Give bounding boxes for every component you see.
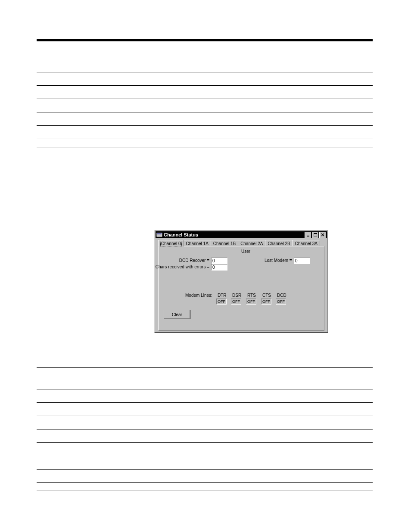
svg-rect-2 — [307, 236, 309, 236]
chars-err-value: 0 — [211, 264, 227, 271]
signal-dtr-state: OFF — [216, 299, 227, 305]
tab-channel-1b[interactable]: Channel 1B — [211, 240, 238, 246]
svg-rect-4 — [314, 233, 317, 234]
signal-rts-state: OFF — [246, 299, 256, 305]
signal-dcd-state: OFF — [276, 299, 286, 305]
tab-label: Channel 0 — [161, 241, 181, 246]
tab-channel-2b[interactable]: Channel 2B — [265, 240, 293, 246]
minimize-button[interactable] — [305, 232, 311, 238]
rule — [37, 469, 373, 470]
signal-dsr-label: DSR — [232, 293, 241, 298]
maximize-button[interactable] — [312, 232, 319, 238]
tab-channel-0[interactable]: Channel 0 — [158, 240, 184, 246]
signal-cts-state: OFF — [261, 299, 271, 305]
close-button[interactable] — [319, 232, 326, 238]
rule — [37, 147, 373, 147]
rule — [37, 389, 373, 389]
clear-button[interactable]: Clear — [164, 310, 190, 319]
rule — [37, 456, 373, 456]
rule — [37, 442, 373, 443]
rule — [37, 85, 373, 86]
modem-lines-label: Modem Lines: — [185, 293, 212, 298]
lost-modem-label: Lost Modem = — [265, 258, 292, 263]
pane-heading: User — [241, 249, 250, 254]
signal-cts-label: CTS — [262, 293, 271, 298]
tab-channel-2a[interactable]: Channel 2A — [238, 240, 265, 246]
rule — [37, 125, 373, 126]
chars-err-label: Chars received with errors = — [156, 264, 209, 269]
dcd-recover-label: DCD Recover = — [179, 258, 209, 263]
rule — [37, 39, 373, 41]
clear-button-label: Clear — [172, 312, 182, 317]
rule — [37, 482, 373, 483]
lost-modem-value: 0 — [294, 258, 310, 264]
svg-rect-1 — [157, 233, 162, 234]
tab-channel-3a[interactable]: Channel 3A — [293, 240, 320, 246]
tabs: Channel 0 Channel 1A Channel 1B Channel … — [158, 240, 324, 246]
rule — [37, 112, 373, 112]
signal-rts-label: RTS — [247, 293, 256, 298]
tab-channel-1a[interactable]: Channel 1A — [184, 240, 211, 246]
rule — [37, 402, 373, 403]
rule — [37, 72, 373, 72]
rule — [37, 491, 373, 491]
rule — [37, 99, 373, 99]
rule — [37, 416, 373, 416]
dcd-recover-value: 0 — [211, 258, 227, 264]
window-title: Channel Status — [164, 232, 198, 237]
titlebar[interactable]: Channel Status — [156, 231, 327, 238]
rule — [37, 139, 373, 139]
signal-dtr-label: DTR — [218, 293, 227, 298]
channel-status-window: Channel Status Channel 0 Channel 1A Chan… — [154, 230, 328, 333]
signal-dcd-label: DCD — [277, 293, 286, 298]
signal-dsr-state: OFF — [231, 299, 241, 305]
rule — [37, 367, 373, 368]
rule — [37, 429, 373, 429]
window-icon — [156, 232, 162, 238]
tab-pane: User DCD Recover = 0 Chars received with… — [158, 246, 324, 331]
